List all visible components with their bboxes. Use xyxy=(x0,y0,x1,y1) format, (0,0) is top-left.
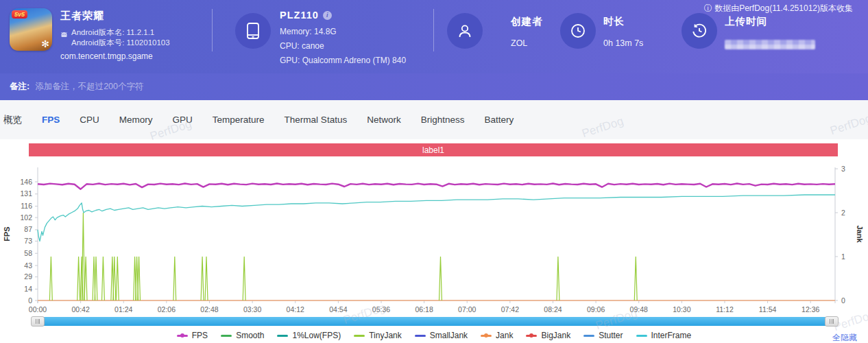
svg-text:14: 14 xyxy=(24,285,32,293)
svg-text:146: 146 xyxy=(20,178,32,186)
tab-thermal-status[interactable]: Thermal Status xyxy=(285,115,348,125)
game-app-icon: 5v5 ✻ xyxy=(10,8,52,51)
legend-label: InterFrame xyxy=(651,331,692,340)
scrollbar-right-handle[interactable] xyxy=(825,316,839,327)
legend-item-bigjank[interactable]: BigJank xyxy=(526,331,570,340)
legend-item-smalljank[interactable]: SmallJank xyxy=(415,331,468,340)
app-info: 王者荣耀 Android版本名: 11.2.1.1 Android版本号: 11… xyxy=(60,10,170,61)
svg-text:131: 131 xyxy=(20,189,32,198)
device-info-icon[interactable]: i xyxy=(323,11,332,20)
tab-fps[interactable]: FPS xyxy=(42,115,60,125)
svg-text:01:24: 01:24 xyxy=(114,305,132,314)
svg-text:1: 1 xyxy=(841,252,845,261)
annotation-label-bar[interactable]: label1 xyxy=(29,143,838,156)
device-model: PLZ110 xyxy=(280,10,319,21)
icon-star-glyph: ✻ xyxy=(41,38,49,49)
android-version-name: Android版本名: 11.2.1.1 xyxy=(71,27,170,38)
legend-marker xyxy=(583,335,594,337)
svg-text:102: 102 xyxy=(20,213,32,222)
tab-temperature[interactable]: Temperature xyxy=(213,115,265,125)
legend-marker xyxy=(354,335,365,337)
svg-text:87: 87 xyxy=(24,225,32,233)
svg-text:09:48: 09:48 xyxy=(630,305,648,314)
legend-marker xyxy=(636,335,647,337)
svg-text:29: 29 xyxy=(24,272,32,281)
upload-time-redacted-value xyxy=(725,40,815,49)
app-versions: Android版本名: 11.2.1.1 Android版本号: 1102010… xyxy=(60,27,170,48)
legend-label: Jank xyxy=(496,331,513,340)
svg-text:73: 73 xyxy=(24,237,32,245)
legend-label: Stutter xyxy=(599,331,623,340)
clock-icon xyxy=(570,23,586,39)
chart-range-scrollbar xyxy=(31,316,839,327)
legend-item-1-low-fps-[interactable]: 1%Low(FPS) xyxy=(277,331,341,340)
tab-概览[interactable]: 概览 xyxy=(3,114,22,126)
duration-value: 0h 13m 7s xyxy=(603,38,643,48)
scrollbar-range[interactable] xyxy=(43,317,826,326)
legend-label: Smooth xyxy=(236,331,264,340)
tab-gpu[interactable]: GPU xyxy=(173,115,193,125)
scrollbar-left-handle[interactable] xyxy=(31,316,45,327)
device-gpu: GPU: Qualcomm Adreno (TM) 840 xyxy=(280,54,406,68)
legend-marker xyxy=(415,335,426,337)
icon-5v5-badge: 5v5 xyxy=(12,10,27,19)
legend-item-tinyjank[interactable]: TinyJank xyxy=(354,331,402,340)
legend-item-stutter[interactable]: Stutter xyxy=(583,331,623,340)
duration-label: 时长 xyxy=(603,15,625,28)
svg-text:02:06: 02:06 xyxy=(158,305,176,314)
report-header: ⓘ 数据由PerfDog(11.4.251012)版本收集 5v5 ✻ 王者荣耀… xyxy=(0,0,868,73)
svg-text:04:12: 04:12 xyxy=(287,305,304,314)
notes-placeholder: 添加备注，不超过200个字符 xyxy=(35,81,143,93)
legend-item-smooth[interactable]: Smooth xyxy=(221,331,264,340)
svg-text:03:30: 03:30 xyxy=(243,305,261,314)
app-title: 王者荣耀 xyxy=(60,10,170,23)
notes-label: 备注: xyxy=(10,81,29,93)
legend-label: BigJank xyxy=(541,331,570,340)
duration-icon-circle xyxy=(560,13,596,49)
svg-text:58: 58 xyxy=(24,249,32,257)
legend-item-jank[interactable]: Jank xyxy=(481,331,513,340)
svg-text:Jank: Jank xyxy=(856,225,864,243)
tab-network[interactable]: Network xyxy=(367,115,401,125)
notes-input[interactable]: 备注: 添加备注，不超过200个字符 xyxy=(0,73,868,100)
header-divider xyxy=(212,9,213,51)
device-info: PLZ110 i Memory: 14.8G CPU: canoe GPU: Q… xyxy=(280,10,406,68)
legend-marker xyxy=(177,335,188,337)
svg-text:07:00: 07:00 xyxy=(458,305,476,314)
svg-text:00:42: 00:42 xyxy=(71,305,89,314)
section-tabs: 概览FPSCPUMemoryGPUTemperatureThermal Stat… xyxy=(0,100,868,139)
chart-legend: FPSSmooth1%Low(FPS)TinyJankSmallJankJank… xyxy=(0,331,868,340)
svg-text:0: 0 xyxy=(841,296,845,305)
svg-text:10:30: 10:30 xyxy=(673,305,690,314)
device-cpu: CPU: canoe xyxy=(280,39,406,54)
legend-item-fps[interactable]: FPS xyxy=(177,331,208,340)
legend-label: TinyJank xyxy=(369,331,402,340)
svg-text:07:42: 07:42 xyxy=(501,305,519,314)
svg-text:3: 3 xyxy=(841,165,845,173)
legend-marker xyxy=(221,335,232,337)
collect-version-note: ⓘ 数据由PerfDog(11.4.251012)版本收集 xyxy=(704,3,853,14)
package-name: com.tencent.tmgp.sgame xyxy=(60,51,170,61)
svg-text:2: 2 xyxy=(841,209,845,217)
series-interframe xyxy=(38,195,835,241)
svg-text:FPS: FPS xyxy=(3,226,11,241)
svg-text:02:48: 02:48 xyxy=(200,305,218,314)
svg-text:11:12: 11:12 xyxy=(716,305,734,314)
creator-label: 创建者 xyxy=(511,15,543,28)
tab-brightness[interactable]: Brightness xyxy=(421,115,465,125)
svg-text:00:00: 00:00 xyxy=(29,305,47,314)
legend-item-interframe[interactable]: InterFrame xyxy=(636,331,692,340)
tab-battery[interactable]: Battery xyxy=(484,115,514,125)
upload-time-label: 上传时间 xyxy=(725,15,767,28)
svg-text:04:54: 04:54 xyxy=(329,305,347,314)
hide-all-link[interactable]: 全隐藏 xyxy=(832,332,857,343)
svg-text:0: 0 xyxy=(28,296,32,305)
svg-text:11:54: 11:54 xyxy=(759,305,777,314)
svg-text:43: 43 xyxy=(24,261,32,270)
android-version-code: Android版本号: 1102010103 xyxy=(71,38,170,48)
tab-cpu[interactable]: CPU xyxy=(80,115,99,125)
android-icon xyxy=(60,32,68,38)
tab-memory[interactable]: Memory xyxy=(119,115,153,125)
creator-icon-circle xyxy=(447,13,483,49)
series-fps xyxy=(38,184,835,189)
